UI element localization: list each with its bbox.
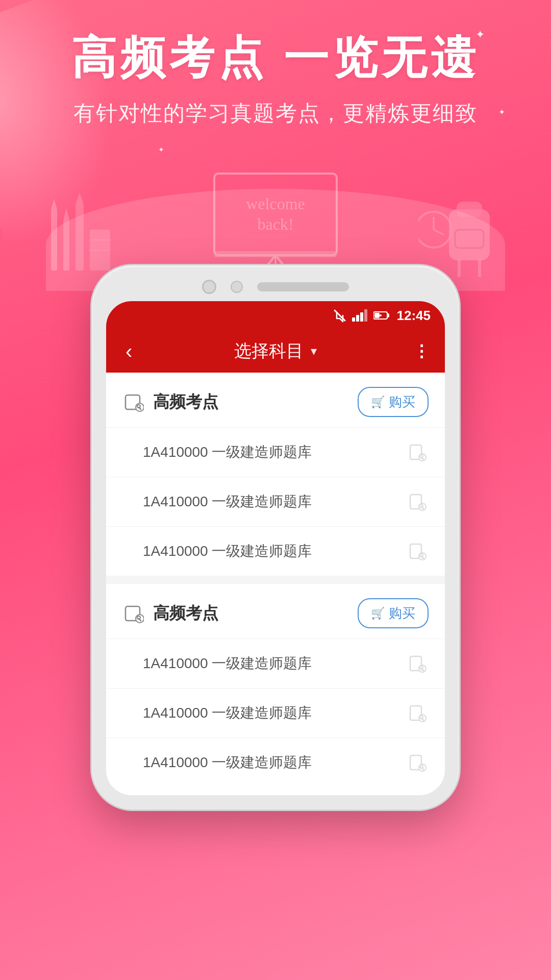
- section-2-header: 高频考点 🛒 购买: [106, 584, 445, 639]
- section-1: 高频考点 🛒 购买 1A410000 一级建造师题库: [106, 373, 445, 576]
- list-item-1-3[interactable]: 1A410000 一级建造师题库: [106, 526, 445, 576]
- svg-rect-26: [356, 315, 359, 322]
- cart-icon-2: 🛒: [371, 607, 385, 620]
- back-button[interactable]: ‹: [120, 335, 137, 368]
- svg-rect-4: [76, 204, 84, 271]
- status-time: 12:45: [397, 308, 431, 324]
- list-item-2-2[interactable]: 1A410000 一级建造师题库: [106, 688, 445, 738]
- svg-rect-28: [364, 309, 367, 322]
- list-item-2-3[interactable]: 1A410000 一级建造师题库: [106, 738, 445, 787]
- item-text-1-1: 1A410000 一级建造师题库: [143, 443, 312, 462]
- section-1-title-wrap: 高频考点: [122, 391, 218, 413]
- subheadline: 有针对性的学习真题考点，更精炼更细致: [31, 97, 520, 129]
- item-detail-icon-2-1: [406, 652, 429, 675]
- status-bar: 12:45: [106, 301, 445, 330]
- section-1-title: 高频考点: [153, 391, 218, 413]
- svg-rect-31: [374, 313, 380, 318]
- item-text-2-2: 1A410000 一级建造师题库: [143, 703, 312, 723]
- top-section: 高频考点 一览无遗 有针对性的学习真题考点，更精炼更细致: [0, 31, 551, 129]
- more-menu-button[interactable]: ⋮: [413, 341, 431, 361]
- front-camera2: [231, 281, 243, 293]
- app-header: ‹ 选择科目 ▾ ⋮: [106, 330, 445, 373]
- item-detail-icon-2-2: [406, 702, 429, 724]
- cart-icon-1: 🛒: [371, 396, 385, 409]
- buy-label-2: 购买: [389, 604, 415, 622]
- mute-icon: [333, 308, 347, 323]
- battery-icon: [373, 311, 390, 320]
- item-detail-icon-2-3: [406, 751, 429, 774]
- header-chevron-icon[interactable]: ▾: [311, 344, 317, 358]
- list-item-2-1[interactable]: 1A410000 一级建造师题库: [106, 639, 445, 688]
- buy-button-2[interactable]: 🛒 购买: [358, 598, 429, 628]
- section-2: 高频考点 🛒 购买 1A410000 一级建造师题库: [106, 584, 445, 787]
- section-1-header: 高频考点 🛒 购买: [106, 373, 445, 427]
- content-area: 高频考点 🛒 购买 1A410000 一级建造师题库: [106, 373, 445, 787]
- phone-top-bar: [106, 280, 445, 294]
- front-camera: [202, 280, 216, 294]
- svg-rect-2: [63, 219, 69, 271]
- buy-button-1[interactable]: 🛒 购买: [358, 387, 429, 417]
- svg-text:welcome: welcome: [246, 194, 305, 213]
- status-icons: [333, 308, 390, 323]
- item-detail-icon-1-1: [406, 441, 429, 463]
- item-detail-icon-1-2: [406, 491, 429, 513]
- list-item-1-2[interactable]: 1A410000 一级建造师题库: [106, 477, 445, 526]
- svg-text:back!: back!: [257, 215, 293, 233]
- section-2-icon: [122, 602, 145, 625]
- section-2-title: 高频考点: [153, 602, 218, 625]
- item-text-2-3: 1A410000 一级建造师题库: [143, 753, 312, 772]
- item-text-1-2: 1A410000 一级建造师题库: [143, 492, 312, 511]
- headline: 高频考点 一览无遗: [31, 31, 520, 85]
- buy-label-1: 购买: [389, 393, 415, 411]
- phone-shell: 12:45 ‹ 选择科目 ▾ ⋮: [92, 265, 459, 810]
- header-title-text: 选择科目: [234, 339, 304, 363]
- svg-rect-15: [214, 251, 337, 257]
- svg-rect-27: [360, 312, 363, 322]
- svg-marker-1: [51, 199, 57, 209]
- svg-marker-3: [63, 208, 69, 219]
- svg-rect-0: [51, 209, 57, 271]
- phone-screen: 12:45 ‹ 选择科目 ▾ ⋮: [106, 301, 445, 795]
- list-item-1-1[interactable]: 1A410000 一级建造师题库: [106, 427, 445, 477]
- svg-rect-25: [352, 317, 355, 322]
- item-text-2-1: 1A410000 一级建造师题库: [143, 654, 312, 673]
- svg-rect-30: [387, 313, 389, 317]
- item-text-1-3: 1A410000 一级建造师题库: [143, 542, 312, 561]
- svg-marker-5: [76, 193, 84, 204]
- svg-line-23: [434, 230, 444, 235]
- svg-rect-9: [214, 174, 337, 255]
- header-title-group: 选择科目 ▾: [234, 339, 317, 363]
- section-2-title-wrap: 高频考点: [122, 602, 218, 625]
- item-detail-icon-1-3: [406, 540, 429, 562]
- signal-icon: [352, 309, 368, 322]
- speaker: [257, 282, 349, 291]
- svg-rect-17: [457, 202, 482, 217]
- phone-mockup: 12:45 ‹ 选择科目 ▾ ⋮: [92, 265, 459, 810]
- section-1-icon: [122, 391, 145, 413]
